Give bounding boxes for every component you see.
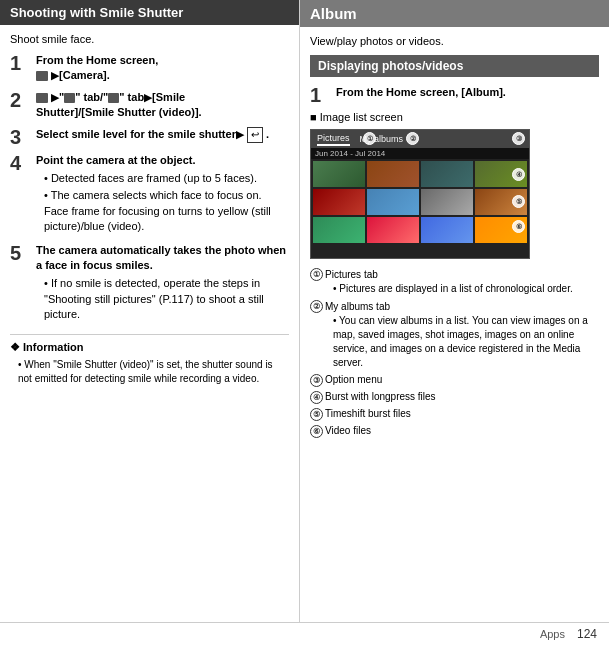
thumb-12 [475, 217, 527, 243]
ann-label-2: My albums tab [325, 301, 390, 312]
step-5-bullets: If no smile is detected, operate the ste… [36, 276, 289, 322]
left-column: Shooting with Smile Shutter Shoot smile … [0, 0, 300, 622]
annotation-list: ① Pictures tab Pictures are displayed in… [310, 267, 599, 438]
my-albums-tab: My albums [360, 134, 404, 144]
arrow-icon-3: ▶ [144, 91, 152, 103]
thumb-1 [313, 161, 365, 187]
ann-label-3: Option menu [325, 373, 382, 387]
right-section-title: Album [300, 0, 609, 27]
thumb-7 [421, 189, 473, 215]
thumb-2 [367, 161, 419, 187]
album-date-bar: Jun 2014 - Jul 2014 [311, 148, 529, 159]
annotation-item-4: ④ Burst with longpress files [310, 390, 599, 404]
arrow-icon-1: ▶ [51, 69, 59, 81]
album-screenshot: Pictures My albums Jun 2014 - Jul 2014 [310, 129, 530, 259]
step-4-bullet-2: The camera selects which face to focus o… [44, 188, 289, 234]
arrow-icon-2: ▶ [51, 91, 59, 103]
footer: Apps 124 [0, 622, 609, 645]
step-3-number: 3 [10, 127, 32, 147]
arrow-icon-4: ▶ [236, 128, 244, 140]
thumb-10 [367, 217, 419, 243]
thumb-3 [421, 161, 473, 187]
right-intro: View/play photos or videos. [310, 35, 599, 47]
step-5: 5 The camera automatically takes the pho… [10, 243, 289, 325]
left-section-title: Shooting with Smile Shutter [0, 0, 299, 25]
annotation-item-2: ② My albums tab You can view albums in a… [310, 299, 599, 370]
step-2: 2 ▶"" tab/"" tab▶[SmileShutter]/[Smile S… [10, 90, 289, 121]
annotation-item-1: ① Pictures tab Pictures are displayed in… [310, 267, 599, 296]
ann-label-4: Burst with longpress files [325, 390, 436, 404]
right-column: Album View/play photos or videos. Displa… [300, 0, 609, 622]
ann-label-5: Timeshift burst files [325, 407, 411, 421]
step-4-text: Point the camera at the object. Detected… [36, 153, 289, 237]
ann-circle-1: ① [310, 268, 323, 281]
step-4-number: 4 [10, 153, 32, 173]
album-tabs: Pictures My albums [311, 130, 529, 148]
info-bullet-1: When "Smile Shutter (video)" is set, the… [10, 358, 289, 386]
info-header: Information [10, 341, 289, 354]
thumb-4 [475, 161, 527, 187]
ann-circle-6: ⑥ [310, 425, 323, 438]
step-1: 1 From the Home screen, ▶[Camera]. [10, 53, 289, 84]
ann-circle-3: ③ [310, 374, 323, 387]
ann-circle-2: ② [310, 300, 323, 313]
step-2-number: 2 [10, 90, 32, 110]
annotation-item-3: ③ Option menu [310, 373, 599, 387]
album-image-grid [311, 159, 529, 245]
ann-sub-1-item-1: Pictures are displayed in a list of chro… [333, 282, 573, 296]
pictures-tab: Pictures [317, 133, 350, 146]
info-section: Information When "Smile Shutter (video)"… [10, 334, 289, 386]
step-5-bullet-1: If no smile is detected, operate the ste… [44, 276, 289, 322]
thumb-5 [313, 189, 365, 215]
step-1-number: 1 [10, 53, 32, 73]
ann-label-1: Pictures tab [325, 269, 378, 280]
ann-label-6: Video files [325, 424, 371, 438]
step-3-text: Select smile level for the smile shutter… [36, 127, 269, 143]
footer-apps-label: Apps [540, 628, 565, 640]
thumb-6 [367, 189, 419, 215]
step-2-text: ▶"" tab/"" tab▶[SmileShutter]/[Smile Shu… [36, 90, 202, 121]
step-4: 4 Point the camera at the object. Detect… [10, 153, 289, 237]
step-1-text: From the Home screen, ▶[Camera]. [36, 53, 158, 84]
step-4-bullets: Detected faces are framed (up to 5 faces… [36, 171, 289, 235]
ann-sub-1: Pictures are displayed in a list of chro… [325, 282, 573, 296]
thumb-8 [475, 189, 527, 215]
image-list-label: Image list screen [310, 111, 599, 123]
left-intro: Shoot smile face. [10, 33, 289, 45]
step-3: 3 Select smile level for the smile shutt… [10, 127, 289, 147]
ann-sub-2-item-1: You can view albums in a list. You can v… [333, 314, 599, 370]
ann-sub-2: You can view albums in a list. You can v… [325, 314, 599, 370]
ann-circle-5: ⑤ [310, 408, 323, 421]
annotation-item-5: ⑤ Timeshift burst files [310, 407, 599, 421]
step-5-text: The camera automatically takes the photo… [36, 243, 289, 325]
right-step-1-text: From the Home screen, [Album]. [336, 85, 506, 100]
thumb-11 [421, 217, 473, 243]
subsection-title: Displaying photos/videos [310, 55, 599, 77]
step-4-bullet-1: Detected faces are framed (up to 5 faces… [44, 171, 289, 186]
right-step-1-number: 1 [310, 85, 332, 105]
thumb-9 [313, 217, 365, 243]
ann-circle-4: ④ [310, 391, 323, 404]
step-5-number: 5 [10, 243, 32, 263]
annotation-item-6: ⑥ Video files [310, 424, 599, 438]
footer-page-number: 124 [577, 627, 597, 641]
right-step-1: 1 From the Home screen, [Album]. [310, 85, 599, 105]
